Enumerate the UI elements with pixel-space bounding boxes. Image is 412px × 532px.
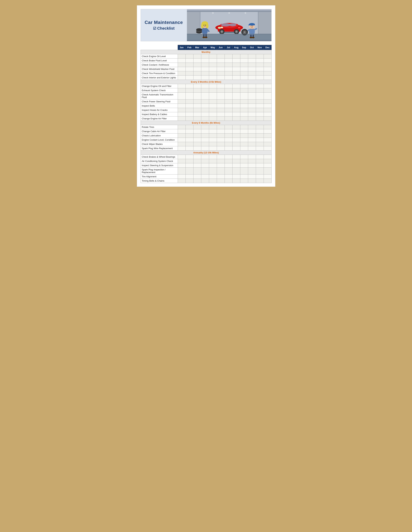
check-cell[interactable] <box>256 146 264 151</box>
check-cell[interactable] <box>225 88 232 93</box>
check-cell[interactable] <box>264 104 271 108</box>
check-cell[interactable] <box>201 155 209 159</box>
check-cell[interactable] <box>209 99 217 104</box>
check-cell[interactable] <box>193 155 201 159</box>
check-cell[interactable] <box>178 116 186 121</box>
check-cell[interactable] <box>201 54 209 58</box>
check-cell[interactable] <box>256 112 264 116</box>
check-cell[interactable] <box>240 99 248 104</box>
check-cell[interactable] <box>217 125 225 129</box>
check-cell[interactable] <box>209 125 217 129</box>
check-cell[interactable] <box>209 88 217 93</box>
check-cell[interactable] <box>225 108 232 112</box>
check-cell[interactable] <box>193 88 201 93</box>
check-cell[interactable] <box>178 108 186 112</box>
check-cell[interactable] <box>240 63 248 67</box>
check-cell[interactable] <box>178 71 186 76</box>
check-cell[interactable] <box>248 155 256 159</box>
check-cell[interactable] <box>240 76 248 80</box>
check-cell[interactable] <box>264 179 271 183</box>
check-cell[interactable] <box>193 133 201 138</box>
check-cell[interactable] <box>264 93 271 99</box>
check-cell[interactable] <box>240 112 248 116</box>
check-cell[interactable] <box>225 129 232 133</box>
check-cell[interactable] <box>217 159 225 163</box>
check-cell[interactable] <box>186 129 193 133</box>
check-cell[interactable] <box>248 63 256 67</box>
check-cell[interactable] <box>240 142 248 146</box>
check-cell[interactable] <box>209 155 217 159</box>
check-cell[interactable] <box>256 63 264 67</box>
check-cell[interactable] <box>232 104 240 108</box>
check-cell[interactable] <box>178 146 186 151</box>
check-cell[interactable] <box>186 58 193 63</box>
check-cell[interactable] <box>201 67 209 71</box>
check-cell[interactable] <box>240 146 248 151</box>
check-cell[interactable] <box>225 155 232 159</box>
check-cell[interactable] <box>225 179 232 183</box>
check-cell[interactable] <box>209 67 217 71</box>
check-cell[interactable] <box>193 138 201 142</box>
check-cell[interactable] <box>248 179 256 183</box>
check-cell[interactable] <box>178 179 186 183</box>
check-cell[interactable] <box>209 54 217 58</box>
check-cell[interactable] <box>232 116 240 121</box>
check-cell[interactable] <box>225 84 232 88</box>
check-cell[interactable] <box>264 58 271 63</box>
check-cell[interactable] <box>193 168 201 174</box>
check-cell[interactable] <box>248 138 256 142</box>
check-cell[interactable] <box>217 163 225 168</box>
check-cell[interactable] <box>178 133 186 138</box>
check-cell[interactable] <box>232 138 240 142</box>
check-cell[interactable] <box>178 54 186 58</box>
check-cell[interactable] <box>225 99 232 104</box>
check-cell[interactable] <box>217 84 225 88</box>
check-cell[interactable] <box>201 108 209 112</box>
check-cell[interactable] <box>264 163 271 168</box>
check-cell[interactable] <box>232 179 240 183</box>
check-cell[interactable] <box>178 93 186 99</box>
check-cell[interactable] <box>256 155 264 159</box>
check-cell[interactable] <box>240 84 248 88</box>
check-cell[interactable] <box>248 104 256 108</box>
check-cell[interactable] <box>232 88 240 93</box>
check-cell[interactable] <box>256 108 264 112</box>
check-cell[interactable] <box>178 84 186 88</box>
check-cell[interactable] <box>178 129 186 133</box>
check-cell[interactable] <box>240 67 248 71</box>
check-cell[interactable] <box>240 155 248 159</box>
check-cell[interactable] <box>217 174 225 179</box>
check-cell[interactable] <box>240 179 248 183</box>
check-cell[interactable] <box>248 58 256 63</box>
check-cell[interactable] <box>186 159 193 163</box>
check-cell[interactable] <box>256 76 264 80</box>
check-cell[interactable] <box>256 129 264 133</box>
check-cell[interactable] <box>256 67 264 71</box>
check-cell[interactable] <box>193 71 201 76</box>
check-cell[interactable] <box>217 71 225 76</box>
check-cell[interactable] <box>217 142 225 146</box>
check-cell[interactable] <box>225 142 232 146</box>
check-cell[interactable] <box>178 159 186 163</box>
check-cell[interactable] <box>256 133 264 138</box>
check-cell[interactable] <box>209 133 217 138</box>
check-cell[interactable] <box>217 108 225 112</box>
check-cell[interactable] <box>225 104 232 108</box>
check-cell[interactable] <box>256 163 264 168</box>
check-cell[interactable] <box>193 76 201 80</box>
check-cell[interactable] <box>240 168 248 174</box>
check-cell[interactable] <box>217 88 225 93</box>
check-cell[interactable] <box>201 159 209 163</box>
check-cell[interactable] <box>248 163 256 168</box>
check-cell[interactable] <box>256 84 264 88</box>
check-cell[interactable] <box>232 174 240 179</box>
check-cell[interactable] <box>225 71 232 76</box>
check-cell[interactable] <box>178 155 186 159</box>
check-cell[interactable] <box>248 108 256 112</box>
check-cell[interactable] <box>178 142 186 146</box>
check-cell[interactable] <box>186 88 193 93</box>
check-cell[interactable] <box>256 71 264 76</box>
check-cell[interactable] <box>232 163 240 168</box>
check-cell[interactable] <box>178 174 186 179</box>
check-cell[interactable] <box>256 174 264 179</box>
